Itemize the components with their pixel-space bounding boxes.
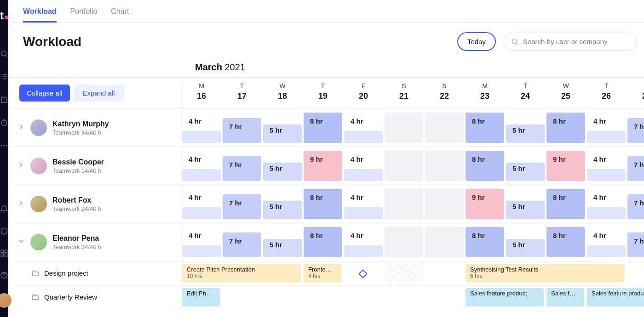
workload-block[interactable] <box>385 189 423 219</box>
workload-block[interactable]: 7 hr <box>223 194 261 219</box>
workload-block[interactable]: 7 hr <box>223 232 261 257</box>
load-cell[interactable]: 5 hr <box>262 147 303 185</box>
expand-caret[interactable] <box>17 199 25 209</box>
workload-block[interactable]: 8 hr <box>304 189 342 219</box>
folder-icon[interactable] <box>0 96 8 106</box>
load-cell[interactable]: 7 hr <box>627 185 644 223</box>
tab-workload[interactable]: Workload <box>23 7 57 23</box>
workload-block[interactable] <box>425 151 464 181</box>
load-cell[interactable] <box>424 109 465 147</box>
workload-block[interactable]: 4 hr <box>587 131 626 143</box>
task-bar[interactable]: Fronte…4 hrs <box>304 264 341 283</box>
tab-chart[interactable]: Chart <box>111 7 129 23</box>
load-cell[interactable]: 5 hr <box>505 109 546 147</box>
workload-block[interactable]: 5 hr <box>506 125 545 143</box>
collapse-all-button[interactable]: Collapse all <box>19 85 70 102</box>
load-cell[interactable]: 4 hr <box>343 223 384 261</box>
load-cell[interactable]: 4 hr <box>586 147 627 185</box>
workload-block[interactable] <box>425 189 464 219</box>
workload-block[interactable]: 4 hr <box>587 169 626 181</box>
workload-block[interactable]: 4 hr <box>344 245 383 257</box>
workload-block[interactable]: 4 hr <box>587 207 626 219</box>
tab-portfolio[interactable]: Portfolio <box>70 7 98 23</box>
workload-block[interactable]: 4 hr <box>344 207 383 219</box>
workload-block[interactable]: 4 hr <box>182 131 221 143</box>
load-cell[interactable]: 7 hr <box>222 109 262 147</box>
load-cell[interactable]: 9 hr <box>465 185 505 223</box>
search-icon[interactable] <box>0 50 8 60</box>
workload-block[interactable]: 4 hr <box>182 169 221 181</box>
load-cell[interactable]: 9 hr <box>546 147 586 185</box>
workload-block[interactable] <box>385 227 423 257</box>
chat-icon[interactable] <box>0 227 8 237</box>
search-input[interactable] <box>523 38 629 45</box>
load-cell[interactable] <box>384 109 424 147</box>
search-box[interactable] <box>503 33 637 51</box>
project-row[interactable]: Quarterly Review <box>8 285 181 309</box>
load-cell[interactable]: 8 hr <box>465 109 505 147</box>
workload-block[interactable] <box>385 151 423 181</box>
load-cell[interactable]: 8 hr <box>465 223 505 261</box>
help-icon[interactable] <box>0 271 8 281</box>
load-cell[interactable]: 7 hr <box>222 147 262 185</box>
expand-caret[interactable] <box>17 123 25 132</box>
load-cell[interactable] <box>424 223 465 261</box>
workload-block[interactable]: 8 hr <box>466 113 504 143</box>
more-icon[interactable] <box>0 142 8 152</box>
workload-block[interactable] <box>385 113 423 143</box>
today-button[interactable]: Today <box>457 32 496 51</box>
load-cell[interactable]: 4 hr <box>586 223 627 261</box>
load-cell[interactable]: 4 hr <box>181 185 222 223</box>
workload-block[interactable]: 4 hr <box>344 131 383 143</box>
load-cell[interactable] <box>424 185 465 223</box>
load-cell[interactable]: 4 hr <box>586 109 627 147</box>
task-bar[interactable]: Create Pitch Presentation10 hrs <box>182 264 301 283</box>
load-cell[interactable]: 4 hr <box>343 147 384 185</box>
bell-icon[interactable] <box>0 205 8 215</box>
task-bar[interactable]: Sales f… <box>546 288 584 306</box>
load-cell[interactable]: 5 hr <box>505 147 546 185</box>
workload-block[interactable] <box>425 113 464 143</box>
task-bar[interactable]: Edit Ph… <box>182 288 220 306</box>
workload-block[interactable]: 8 hr <box>546 189 585 219</box>
workload-block[interactable]: 7 hr <box>627 118 644 143</box>
load-cell[interactable]: 4 hr <box>586 185 627 223</box>
expand-caret[interactable] <box>17 161 25 170</box>
load-cell[interactable] <box>384 147 424 185</box>
load-cell[interactable] <box>424 147 465 185</box>
workload-block[interactable]: 5 hr <box>263 125 302 143</box>
load-cell[interactable]: 9 hr <box>303 147 343 185</box>
load-cell[interactable]: 4 hr <box>343 185 384 223</box>
workload-block[interactable]: 5 hr <box>506 163 545 181</box>
workload-block[interactable]: 7 hr <box>223 118 261 143</box>
workload-block[interactable]: 7 hr <box>627 156 644 181</box>
load-cell[interactable]: 5 hr <box>262 223 303 261</box>
workload-block[interactable]: 4 hr <box>182 245 221 257</box>
workload-block[interactable]: 5 hr <box>263 163 302 181</box>
load-cell[interactable]: 8 hr <box>546 185 586 223</box>
load-cell[interactable]: 8 hr <box>303 109 343 147</box>
task-bar[interactable]: Sales feature product <box>587 288 644 306</box>
load-cell[interactable]: 8 hr <box>546 109 586 147</box>
load-cell[interactable]: 8 hr <box>465 147 505 185</box>
workload-block[interactable]: 8 hr <box>466 227 504 257</box>
load-cell[interactable]: 4 hr <box>181 109 222 147</box>
load-cell[interactable]: 8 hr <box>546 223 586 261</box>
load-cell[interactable]: 7 hr <box>222 185 262 223</box>
task-bar[interactable]: Sales feature product <box>466 288 544 306</box>
workload-block[interactable]: 8 hr <box>546 113 585 143</box>
workload-block[interactable]: 4 hr <box>182 207 221 219</box>
workload-block[interactable] <box>425 227 464 257</box>
workload-block[interactable]: 8 hr <box>304 113 342 143</box>
workload-block[interactable]: 4 hr <box>587 245 626 257</box>
project-row[interactable]: Design project <box>8 261 181 285</box>
load-cell[interactable]: 4 hr <box>181 223 222 261</box>
expand-all-button[interactable]: Expand all <box>74 85 124 102</box>
load-cell[interactable]: 7 hr <box>627 147 644 185</box>
workload-block[interactable]: 4 hr <box>344 169 383 181</box>
load-cell[interactable] <box>384 223 424 261</box>
load-cell[interactable]: 7 hr <box>627 109 644 147</box>
user-avatar[interactable] <box>0 293 12 308</box>
load-cell[interactable] <box>384 185 424 223</box>
load-cell[interactable]: 4 hr <box>343 109 384 147</box>
